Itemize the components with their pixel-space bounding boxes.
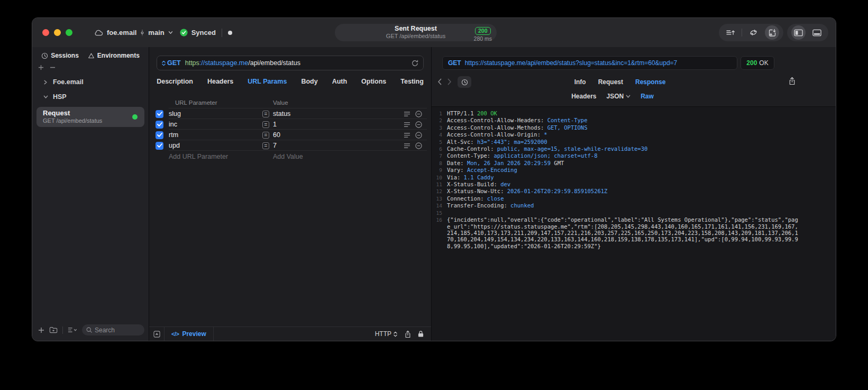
tab-options[interactable]: Options bbox=[361, 78, 386, 85]
param-value[interactable]: 60 bbox=[273, 131, 404, 139]
share-icon bbox=[789, 77, 796, 85]
param-checkbox[interactable] bbox=[156, 142, 163, 150]
request-item-selected[interactable]: Request GET /api/embed/status bbox=[36, 107, 144, 127]
tab-body[interactable]: Body bbox=[301, 78, 317, 85]
titlebar: foe.email main Synced Sent Request bbox=[32, 18, 836, 47]
response-subtab-raw[interactable]: Raw bbox=[641, 93, 654, 100]
raw-line: 2Access-Control-Allow-Headers: Content-T… bbox=[432, 117, 836, 124]
export-response-button[interactable] bbox=[789, 77, 796, 85]
minimize-window-button[interactable] bbox=[54, 29, 61, 36]
param-checkbox[interactable] bbox=[156, 131, 163, 139]
response-subtab-headers[interactable]: Headers bbox=[571, 93, 596, 100]
folder-plus-icon bbox=[49, 326, 58, 333]
raw-line: 14Transfer-Encoding: chunked bbox=[432, 202, 836, 209]
url-path: /api/embed/status bbox=[248, 59, 300, 67]
toolbar-divider bbox=[742, 29, 742, 37]
response-status-code: 200 bbox=[746, 59, 757, 67]
remove-button[interactable] bbox=[50, 65, 56, 70]
response-nav: InfoRequestResponse bbox=[432, 76, 836, 89]
value-type-icon[interactable]: = bbox=[262, 121, 269, 128]
format-export-button[interactable] bbox=[723, 25, 737, 40]
request-footer: </> Preview HTTP bbox=[149, 326, 431, 341]
add-value[interactable]: Add Value bbox=[273, 153, 303, 160]
sync-branches-button[interactable] bbox=[746, 25, 761, 40]
unsaved-dot bbox=[228, 31, 232, 35]
param-value[interactable]: 7 bbox=[273, 142, 404, 149]
line-content bbox=[447, 210, 800, 216]
value-type-icon[interactable]: = bbox=[262, 132, 269, 139]
value-type-icon[interactable]: = bbox=[262, 142, 269, 149]
response-tab-info[interactable]: Info bbox=[574, 78, 586, 86]
share-button[interactable] bbox=[405, 330, 411, 338]
triangle-up-box-icon bbox=[153, 331, 160, 338]
search-icon bbox=[86, 327, 92, 333]
param-row-upd: upd=7 bbox=[149, 140, 431, 151]
row-lines-icon[interactable] bbox=[404, 143, 410, 149]
param-name[interactable]: inc bbox=[169, 121, 262, 128]
sidebar-tab-environments[interactable]: Environments bbox=[88, 52, 140, 59]
remove-row-button[interactable] bbox=[415, 132, 422, 139]
project-cloud-menu[interactable]: foe.email main Synced bbox=[94, 18, 232, 47]
toggle-bottom-panel-button[interactable] bbox=[810, 25, 824, 40]
new-request-button[interactable] bbox=[38, 327, 44, 333]
response-status-box: 200 OK bbox=[741, 56, 774, 70]
up-down-chevrons-icon bbox=[394, 331, 397, 337]
panel-bottom-icon bbox=[812, 29, 821, 37]
chevron-down-icon bbox=[43, 95, 49, 99]
view-options-button[interactable] bbox=[68, 327, 77, 333]
add-button[interactable] bbox=[38, 65, 44, 70]
tab-headers[interactable]: Headers bbox=[207, 78, 233, 85]
cloud-icon bbox=[94, 29, 103, 36]
param-checkbox[interactable] bbox=[156, 121, 163, 129]
param-value[interactable]: status bbox=[273, 110, 404, 117]
response-tab-response[interactable]: Response bbox=[635, 78, 665, 86]
param-name[interactable]: slug bbox=[169, 110, 262, 117]
preview-button[interactable]: </> Preview bbox=[165, 327, 214, 341]
refresh-icon[interactable] bbox=[412, 60, 418, 67]
tab-auth[interactable]: Auth bbox=[332, 78, 347, 85]
url-scheme: https bbox=[185, 59, 199, 67]
titlebar-toolbar bbox=[719, 24, 828, 41]
remove-row-button[interactable] bbox=[415, 121, 422, 128]
row-lines-icon[interactable] bbox=[404, 132, 410, 138]
param-name[interactable]: upd bbox=[169, 142, 262, 149]
value-type-icon[interactable]: = bbox=[262, 111, 269, 117]
line-number: 8 bbox=[432, 160, 442, 167]
tab-description[interactable]: Description bbox=[157, 78, 193, 85]
row-lines-icon[interactable] bbox=[404, 122, 410, 128]
param-checkbox[interactable] bbox=[156, 110, 163, 118]
add-url-parameter[interactable]: Add URL Parameter bbox=[169, 153, 228, 160]
protocol-selector[interactable]: HTTP bbox=[375, 330, 397, 338]
response-tab-request[interactable]: Request bbox=[598, 78, 623, 86]
import-export-button[interactable] bbox=[765, 25, 779, 40]
row-lines-icon[interactable] bbox=[404, 111, 410, 117]
sent-request-pill[interactable]: Sent Request GET /api/embed/status 200 2… bbox=[335, 24, 497, 41]
response-subtab-json[interactable]: JSON bbox=[607, 93, 631, 100]
request-editor: GET https://statuspage.me/api/embed/stat… bbox=[149, 47, 432, 341]
toggle-sidebar-button[interactable] bbox=[791, 25, 806, 40]
tab-url-params[interactable]: URL Params bbox=[248, 78, 287, 85]
close-window-button[interactable] bbox=[42, 29, 49, 36]
remove-row-button[interactable] bbox=[415, 142, 422, 149]
raw-line: 9Vary: Accept-Encoding bbox=[432, 167, 836, 174]
new-group-button[interactable] bbox=[49, 326, 58, 333]
duration-label: 280 ms bbox=[474, 35, 492, 42]
request-tabs: DescriptionHeadersURL ParamsBodyAuthOpti… bbox=[149, 78, 431, 85]
reveal-panel-button[interactable] bbox=[149, 327, 165, 341]
method-selector[interactable]: GET bbox=[162, 59, 181, 67]
search-input[interactable] bbox=[95, 326, 140, 334]
remove-row-button[interactable] bbox=[415, 111, 422, 117]
tree-folder-hsp[interactable]: HSP bbox=[32, 89, 149, 104]
line-content: Connection: close bbox=[447, 195, 800, 202]
sent-request-subtitle: GET /api/embed/status bbox=[335, 33, 497, 39]
param-name[interactable]: rtm bbox=[169, 131, 262, 139]
lock-button[interactable] bbox=[418, 330, 424, 338]
sidebar-tab-sessions[interactable]: Sessions bbox=[41, 52, 79, 59]
up-down-chevrons-icon bbox=[162, 60, 166, 66]
zoom-window-button[interactable] bbox=[66, 29, 72, 36]
param-row-rtm: rtm=60 bbox=[149, 130, 431, 140]
tree-folder-foe-email[interactable]: Foe.email bbox=[32, 75, 149, 89]
search-field[interactable] bbox=[82, 324, 144, 335]
url-bar[interactable]: GET https://statuspage.me/api/embed/stat… bbox=[157, 56, 424, 70]
param-value[interactable]: 1 bbox=[273, 121, 404, 128]
